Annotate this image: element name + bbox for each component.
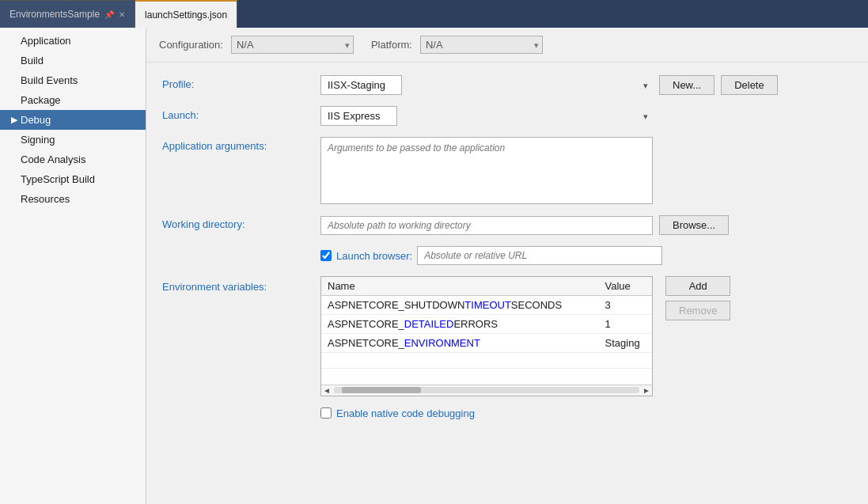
- sidebar-item-signing[interactable]: Signing: [0, 130, 146, 150]
- launch-browser-url-input[interactable]: [417, 246, 662, 265]
- tab-environments-close-icon[interactable]: ✕: [119, 10, 125, 19]
- launch-select[interactable]: IIS Express: [320, 106, 397, 126]
- profile-select-wrapper: IISX-Staging: [320, 75, 653, 95]
- profile-control-area: IISX-Staging New... Delete: [320, 75, 852, 95]
- env-name-keyword-2: DETAILED: [404, 318, 454, 330]
- working-dir-control-area: Browse...: [320, 215, 852, 235]
- top-bar: Configuration: N/A Platform: N/A: [146, 28, 868, 63]
- sidebar-item-debug-label: Debug: [21, 114, 51, 126]
- sidebar: Application Build Build Events Package ▶…: [0, 28, 146, 504]
- env-name-cell-1: ASPNETCORE_SHUTDOWNTIMEOUTSECONDS: [321, 296, 599, 315]
- launch-control-area: IIS Express: [320, 106, 852, 126]
- sidebar-item-resources-label: Resources: [21, 193, 70, 205]
- env-vars-table-area: Name Value ASPNETCORE_SHUTDOWNTIMEOUTSEC…: [320, 276, 852, 396]
- sidebar-item-build-events-label: Build Events: [21, 74, 78, 86]
- tab-launchsettings-label: launchSettings.json: [145, 9, 227, 21]
- env-name-keyword-3: ENVIRONMENT: [404, 337, 480, 349]
- launch-row: Launch: IIS Express: [162, 106, 852, 126]
- env-col-value: Value: [599, 277, 652, 296]
- env-table: Name Value ASPNETCORE_SHUTDOWNTIMEOUTSEC…: [321, 277, 652, 385]
- platform-select-wrapper: N/A: [420, 36, 543, 54]
- scroll-left-icon[interactable]: ◄: [323, 386, 331, 395]
- app-args-row: Application arguments:: [162, 137, 852, 204]
- add-button[interactable]: Add: [665, 276, 730, 296]
- sidebar-item-code-analysis[interactable]: Code Analysis: [0, 150, 146, 169]
- env-name-suffix-2: ERRORS: [453, 318, 498, 330]
- env-name-keyword-1: TIMEOUT: [464, 299, 511, 311]
- launch-select-wrapper: IIS Express: [320, 106, 653, 126]
- profile-select[interactable]: IISX-Staging: [320, 75, 402, 95]
- table-row[interactable]: ASPNETCORE_ENVIRONMENT Staging: [321, 334, 652, 353]
- table-row-empty-1: [321, 353, 652, 369]
- sidebar-item-typescript-build[interactable]: TypeScript Build: [0, 169, 146, 189]
- env-value-cell-2: 1: [599, 315, 652, 334]
- sidebar-item-resources[interactable]: Resources: [0, 189, 146, 209]
- configuration-select-wrapper: N/A: [231, 36, 354, 54]
- main-layout: Application Build Build Events Package ▶…: [0, 28, 868, 504]
- launch-browser-row: Launch browser:: [320, 246, 852, 265]
- launch-browser-label: Launch browser:: [336, 250, 412, 262]
- tab-environments-pin-icon[interactable]: 📌: [104, 10, 114, 19]
- env-name-prefix-2: ASPNETCORE_: [328, 318, 404, 330]
- sidebar-item-debug[interactable]: ▶ Debug: [0, 110, 146, 130]
- app-args-textarea[interactable]: [320, 137, 653, 204]
- sidebar-item-package[interactable]: Package: [0, 90, 146, 110]
- env-vars-row: Environment variables: Name Value: [162, 276, 852, 396]
- launch-browser-checkbox[interactable]: [320, 250, 332, 261]
- tab-bar: EnvironmentsSample 📌 ✕ launchSettings.js…: [0, 0, 868, 28]
- working-dir-row: Working directory: Browse...: [162, 215, 852, 235]
- scroll-right-icon[interactable]: ►: [642, 386, 650, 395]
- enable-native-row: Enable native code debugging: [320, 407, 852, 419]
- platform-select[interactable]: N/A: [420, 36, 543, 54]
- sidebar-arrow-debug: ▶: [11, 115, 17, 125]
- working-dir-input[interactable]: [320, 216, 653, 235]
- env-name-cell-2: ASPNETCORE_DETAILEDERRORS: [321, 315, 599, 334]
- env-name-cell-3: ASPNETCORE_ENVIRONMENT: [321, 334, 599, 353]
- app-args-control-area: [320, 137, 852, 204]
- table-scrollbar[interactable]: ◄ ►: [321, 385, 652, 396]
- env-vars-control-area: Name Value ASPNETCORE_SHUTDOWNTIMEOUTSEC…: [320, 276, 852, 396]
- table-row[interactable]: ASPNETCORE_SHUTDOWNTIMEOUTSECONDS 3: [321, 296, 652, 315]
- tab-environments-label: EnvironmentsSample: [9, 9, 100, 20]
- form-area: Profile: IISX-Staging New... Delete Laun…: [146, 63, 868, 432]
- browse-button[interactable]: Browse...: [659, 215, 729, 235]
- tab-launchsettings[interactable]: launchSettings.json: [135, 0, 237, 28]
- new-button[interactable]: New...: [659, 75, 714, 95]
- env-name-suffix-1: SECONDS: [511, 299, 562, 311]
- profile-label: Profile:: [162, 75, 320, 90]
- working-dir-label: Working directory:: [162, 215, 320, 230]
- platform-label: Platform:: [371, 39, 412, 51]
- sidebar-item-typescript-build-label: TypeScript Build: [21, 173, 95, 185]
- delete-button[interactable]: Delete: [721, 75, 778, 95]
- profile-row: Profile: IISX-Staging New... Delete: [162, 75, 852, 95]
- enable-native-label: Enable native code debugging: [336, 407, 475, 419]
- sidebar-item-build-events[interactable]: Build Events: [0, 70, 146, 90]
- scroll-track: [334, 387, 639, 393]
- sidebar-item-application[interactable]: Application: [0, 31, 146, 51]
- env-vars-label: Environment variables:: [162, 276, 320, 293]
- sidebar-item-code-analysis-label: Code Analysis: [21, 153, 85, 165]
- sidebar-item-package-label: Package: [21, 94, 61, 106]
- env-name-prefix-1: ASPNETCORE_SHUTDOWN: [328, 299, 464, 311]
- content-area: Configuration: N/A Platform: N/A Profile…: [146, 28, 868, 504]
- sidebar-item-build[interactable]: Build: [0, 51, 146, 70]
- env-name-prefix-3: ASPNETCORE_: [328, 337, 404, 349]
- table-row-empty-2: [321, 369, 652, 385]
- env-value-cell-1: 3: [599, 296, 652, 315]
- scroll-thumb: [342, 387, 421, 393]
- app-args-label: Application arguments:: [162, 137, 320, 152]
- tab-environments[interactable]: EnvironmentsSample 📌 ✕: [0, 0, 135, 28]
- configuration-label: Configuration:: [159, 39, 223, 51]
- enable-native-checkbox[interactable]: [320, 407, 332, 419]
- remove-button[interactable]: Remove: [665, 301, 730, 320]
- sidebar-item-build-label: Build: [21, 55, 44, 66]
- sidebar-item-application-label: Application: [21, 35, 71, 47]
- configuration-select[interactable]: N/A: [231, 36, 354, 54]
- sidebar-item-signing-label: Signing: [21, 134, 55, 146]
- env-table-wrapper: Name Value ASPNETCORE_SHUTDOWNTIMEOUTSEC…: [320, 276, 653, 396]
- env-side-buttons: Add Remove: [659, 276, 730, 396]
- launch-label: Launch:: [162, 106, 320, 121]
- table-row[interactable]: ASPNETCORE_DETAILEDERRORS 1: [321, 315, 652, 334]
- env-col-name: Name: [321, 277, 599, 296]
- env-value-cell-3: Staging: [599, 334, 652, 353]
